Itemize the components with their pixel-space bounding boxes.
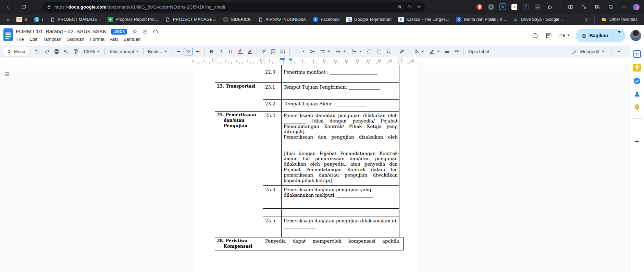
star-icon[interactable] [131, 27, 139, 36]
zoom-select[interactable]: 100% [81, 47, 102, 56]
address-bar[interactable]: https://docs.google.com/document/d/1NtiG… [42, 2, 425, 12]
keep-icon[interactable] [633, 63, 642, 72]
add-shortcut-icon[interactable] [141, 27, 149, 36]
redo-button[interactable] [42, 47, 52, 56]
share-caret-icon[interactable] [615, 33, 623, 38]
cell-23-1-content[interactable]: Tempat Tujuan Pengiriman: ______________ [284, 85, 398, 90]
table-column-marker[interactable] [260, 58, 265, 62]
bullet-list-button[interactable] [333, 47, 348, 56]
w-extension-icon[interactable]: w [511, 3, 518, 11]
cell-23-1-num[interactable]: 23.1 [265, 85, 280, 90]
bookmark-item[interactable]: PROJECT MANAGE... [47, 15, 104, 24]
italic-button[interactable]: I [216, 47, 226, 56]
collapse-toolbar-button[interactable] [615, 47, 624, 56]
bookmark-item[interactable]: AIRNAV INDONESIA [255, 15, 309, 24]
read-aloud-icon[interactable] [407, 4, 412, 9]
favorites-list-icon[interactable] [579, 2, 588, 11]
first-line-indent-marker[interactable] [280, 58, 285, 60]
align-button[interactable] [292, 47, 307, 56]
user-avatar[interactable] [630, 30, 641, 41]
font-select[interactable]: Book... [146, 47, 170, 56]
border-width-button[interactable] [443, 47, 452, 56]
zoom-out-icon[interactable] [397, 4, 402, 9]
document-outline-button[interactable] [3, 70, 11, 78]
editing-mode-select[interactable]: Mengedit [568, 47, 608, 56]
share-button[interactable]: Bagikan [576, 29, 626, 42]
cell-23-2-content[interactable]: Tempat Tujuan Akhir : _____________ [284, 101, 398, 107]
cell-22-3-num[interactable]: 22.3 [265, 69, 280, 75]
cell-25-2-num[interactable]: 25.2 [265, 113, 280, 118]
menu-item-edit[interactable]: Edit [27, 36, 40, 42]
dark-extension-icon[interactable] [534, 3, 541, 11]
highlight-button[interactable] [245, 47, 255, 56]
bookmark-item[interactable]: GGoogle Terjemahan [343, 15, 395, 24]
numbered-list-button[interactable]: 123 [349, 47, 364, 56]
menu-item-insert[interactable]: Sisipkan [64, 36, 87, 42]
bookmark-item[interactable]: PROJECT MANAGE... [162, 15, 219, 24]
cell-25-5-content[interactable]: Pemeriksaan dan/atau pengujian dilaksana… [284, 218, 398, 229]
font-size-increase-button[interactable] [193, 47, 202, 56]
tasks-icon[interactable] [633, 76, 642, 85]
add-comment-button[interactable] [269, 47, 278, 56]
search-menu-button[interactable]: Menu [2, 47, 30, 56]
menu-item-file[interactable]: File [14, 36, 27, 42]
bookmark-item[interactable]: KBerita dan Politik | K... [453, 15, 509, 24]
style-select[interactable]: Teks normal [107, 47, 141, 56]
cell-25-category[interactable]: 25. Pemeriksaandan/atauPengujian [217, 113, 261, 129]
cell-25-2-content[interactable]: Pemeriksaan dan/atau pengujian dilakukan… [284, 113, 398, 183]
insert-link-button[interactable] [259, 47, 268, 56]
back-button[interactable] [4, 2, 13, 11]
collections-icon[interactable] [593, 2, 602, 11]
menu-item-format[interactable]: Format [87, 36, 107, 42]
line-spacing-button[interactable] [308, 47, 317, 56]
google-docs-logo[interactable] [3, 28, 13, 41]
favorite-star-icon[interactable] [417, 4, 421, 9]
text-color-button[interactable]: A [236, 47, 245, 56]
cell-23-category[interactable]: 23. Transportasi [217, 84, 261, 89]
video-call-icon[interactable] [558, 31, 571, 40]
settings-more-icon[interactable] [619, 2, 628, 11]
calendar-icon[interactable]: 31 [633, 50, 642, 59]
print-button[interactable] [52, 47, 61, 56]
extensions-puzzle-icon[interactable] [546, 2, 555, 11]
bold-button[interactable]: B [207, 47, 216, 56]
bookmark-item[interactable]: WS [13, 15, 30, 24]
get-addons-button[interactable] [633, 137, 642, 146]
bookmark-item[interactable]: +Progress Report Pro... [104, 15, 161, 24]
spellcheck-button[interactable] [62, 47, 71, 56]
cell-28-category[interactable]: 28. PeristiwaKompensasi [217, 238, 261, 249]
border-color-button[interactable] [427, 47, 442, 56]
font-size-input[interactable]: 12 [184, 48, 193, 55]
cell-22-3-content[interactable]: Penerima manfaat : _____________________ [284, 69, 398, 75]
text-select-extension-icon[interactable]: T [522, 3, 530, 11]
left-indent-marker[interactable] [288, 59, 293, 61]
bookmarks-overflow-chevron[interactable] [582, 15, 591, 24]
document-status-cloud-icon[interactable] [151, 27, 159, 36]
table-options-button[interactable]: Opsi tabel [466, 47, 492, 56]
cell-25-5-num[interactable]: 25.5 [265, 218, 280, 224]
site-lock-icon[interactable] [47, 4, 51, 9]
bookmark-item[interactable]: SIDEKICK [220, 15, 254, 24]
other-favorites-folder[interactable]: Other favorites [598, 15, 641, 24]
cell-28-content[interactable]: Penyedia dapat memperoleh kompensasi apa… [265, 238, 399, 249]
adblock-extension-icon[interactable] [476, 3, 483, 11]
indent-button[interactable] [374, 47, 383, 56]
split-screen-icon[interactable] [566, 2, 575, 11]
border-dash-button[interactable] [452, 47, 461, 56]
outdent-button[interactable] [364, 47, 374, 56]
cell-25-3-num[interactable]: 25.3 [265, 187, 280, 193]
bookmark-item[interactable]: U [3, 16, 13, 23]
menu-item-tools[interactable]: Alat [107, 36, 121, 42]
undo-button[interactable] [33, 47, 42, 56]
menu-item-view[interactable]: Tampilan [40, 36, 64, 42]
pen-button[interactable] [397, 47, 407, 56]
paint-format-button[interactable] [71, 47, 80, 56]
grey-extension-icon[interactable] [487, 3, 495, 11]
refresh-button[interactable] [19, 2, 28, 11]
copilot-icon[interactable] [633, 3, 640, 11]
bookmark-item[interactable]: Gi [31, 15, 46, 24]
maps-icon[interactable] [633, 103, 642, 112]
notes-extension-icon[interactable]: ✎ [499, 3, 506, 11]
table-column-marker[interactable] [397, 58, 401, 62]
checklist-button[interactable] [317, 47, 333, 56]
